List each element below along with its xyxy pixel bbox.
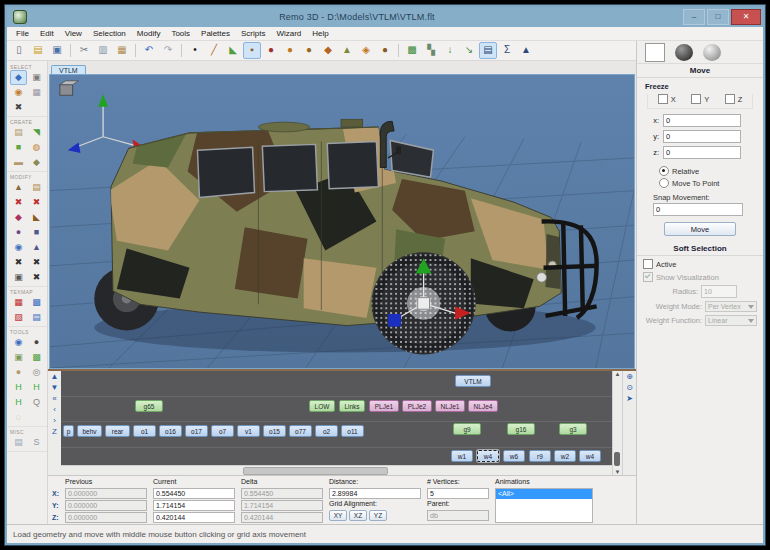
- texture-sphere[interactable]: [675, 44, 693, 61]
- create-tool-icon-5[interactable]: ◆: [28, 155, 45, 170]
- weight-mode-select[interactable]: Per Vertex: [705, 301, 757, 312]
- graph-node-g16[interactable]: g16: [507, 423, 535, 435]
- node-group-icon[interactable]: ●: [281, 42, 299, 59]
- create-tool-icon-4[interactable]: ▬: [10, 155, 27, 170]
- tools-tool-icon-3[interactable]: ▩: [28, 350, 45, 365]
- sigma-stats-icon[interactable]: Σ: [498, 42, 516, 59]
- graph-node-o7[interactable]: o7: [211, 425, 234, 437]
- graph-zoom-icon[interactable]: Z: [49, 427, 60, 437]
- undo-icon[interactable]: ↶: [140, 42, 158, 59]
- grid-align-yz-button[interactable]: YZ: [369, 510, 387, 521]
- gizmo-y-handle[interactable]: [388, 314, 401, 327]
- graph-node-nlje4[interactable]: NLJe4: [468, 400, 498, 412]
- modify-tool-icon-12[interactable]: ▣: [10, 270, 27, 285]
- menu-item-wizard[interactable]: Wizard: [271, 29, 306, 38]
- node-lod-icon[interactable]: ◈: [357, 42, 375, 59]
- modify-tool-icon-9[interactable]: ▲: [28, 240, 45, 255]
- graph-pan-icon[interactable]: ➤: [624, 394, 635, 404]
- graph-horizontal-scrollbar[interactable]: [61, 465, 612, 475]
- vertices-field[interactable]: [427, 488, 489, 499]
- animation-list-item[interactable]: <All>: [496, 489, 592, 499]
- misc-tool-icon-0[interactable]: ▤: [10, 435, 27, 450]
- parent-field[interactable]: [427, 510, 489, 521]
- graph-node-plje1[interactable]: PLJe1: [369, 400, 399, 412]
- graph-node-vtlm[interactable]: VTLM: [455, 375, 491, 387]
- delta-value-field[interactable]: [241, 500, 323, 511]
- move-button[interactable]: Move: [664, 222, 736, 236]
- current-value-field[interactable]: [153, 512, 235, 523]
- copy-icon[interactable]: ▥: [94, 42, 112, 59]
- node-mesh-icon[interactable]: ▲: [338, 42, 356, 59]
- graph-node-o16[interactable]: o16: [159, 425, 182, 437]
- gizmo-center[interactable]: [418, 298, 430, 310]
- texmap-tool-icon-0[interactable]: ▦: [10, 295, 27, 310]
- texture-env-icon[interactable]: ▚: [422, 42, 440, 59]
- menu-item-selection[interactable]: Selection: [88, 29, 131, 38]
- menu-item-view[interactable]: View: [60, 29, 87, 38]
- graph-node-o17[interactable]: o17: [185, 425, 208, 437]
- material-sphere[interactable]: [703, 44, 721, 61]
- modify-tool-icon-8[interactable]: ◉: [10, 240, 27, 255]
- graph-next-icon[interactable]: ›: [49, 416, 60, 426]
- modify-tool-icon-13[interactable]: ✖: [28, 270, 45, 285]
- grid-align-xy-button[interactable]: XY: [329, 510, 347, 521]
- graph-down-icon[interactable]: ▼: [49, 383, 60, 393]
- modify-tool-icon-4[interactable]: ◆: [10, 210, 27, 225]
- viewport-3d[interactable]: [49, 74, 635, 369]
- open-file-icon[interactable]: ▤: [29, 42, 47, 59]
- select-tool-icon-2[interactable]: ◉: [10, 85, 27, 100]
- node-degree-icon[interactable]: ●: [262, 42, 280, 59]
- graph-prev-icon[interactable]: ‹: [49, 405, 60, 415]
- distance-field[interactable]: [329, 488, 421, 499]
- graph-node-o15[interactable]: o15: [263, 425, 286, 437]
- vscroll-thumb[interactable]: [614, 452, 620, 466]
- hscroll-thumb[interactable]: [243, 467, 388, 475]
- graph-node-behv[interactable]: behv: [77, 425, 102, 437]
- misc-tool-icon-1[interactable]: S: [28, 435, 45, 450]
- modify-tool-icon-5[interactable]: ◣: [28, 210, 45, 225]
- graph-node-plje2[interactable]: PLJe2: [402, 400, 432, 412]
- modify-tool-icon-6[interactable]: ●: [10, 225, 27, 240]
- select-edge-icon[interactable]: ╱: [205, 42, 223, 59]
- select-tool-icon-1[interactable]: ▣: [28, 70, 45, 85]
- modify-tool-icon-2[interactable]: ✖: [10, 195, 27, 210]
- select-tool-icon-3[interactable]: ▦: [28, 85, 45, 100]
- texmap-tool-icon-3[interactable]: ▤: [28, 310, 45, 325]
- graph-node-w4[interactable]: w4: [579, 450, 601, 462]
- freeze-y-checkbox[interactable]: [691, 94, 701, 104]
- freeze-z-checkbox[interactable]: [725, 94, 735, 104]
- tools-tool-icon-7[interactable]: H: [28, 380, 45, 395]
- select-face-icon[interactable]: ◣: [224, 42, 242, 59]
- graph-up-icon[interactable]: ▲: [49, 372, 60, 382]
- texture-apply-icon[interactable]: ▩: [403, 42, 421, 59]
- relative-radio[interactable]: [659, 166, 669, 176]
- menu-item-tools[interactable]: Tools: [166, 29, 195, 38]
- minimize-button[interactable]: –: [683, 9, 705, 25]
- graph-node-rear[interactable]: rear: [105, 425, 130, 437]
- graph-node-g9[interactable]: g9: [453, 423, 481, 435]
- modify-tool-icon-0[interactable]: ▲: [10, 180, 27, 195]
- create-tool-icon-1[interactable]: ◥: [28, 125, 45, 140]
- previous-value-field[interactable]: [65, 512, 147, 523]
- tools-tool-icon-9[interactable]: Q: [28, 395, 45, 410]
- create-tool-icon-3[interactable]: ◍: [28, 140, 45, 155]
- delta-value-field[interactable]: [241, 512, 323, 523]
- previous-value-field[interactable]: [65, 500, 147, 511]
- weight-function-select[interactable]: Linear: [705, 315, 757, 326]
- node-face-tool-icon[interactable]: ◆: [319, 42, 337, 59]
- graph-canvas[interactable]: VTLMg65LOWLinksPLJe1PLJe2NLJe1NLJe4pbehv…: [61, 371, 612, 465]
- color-swatch[interactable]: [645, 43, 665, 62]
- viewport-canvas[interactable]: [50, 75, 634, 368]
- select-point-icon[interactable]: •: [186, 42, 204, 59]
- soft-active-checkbox[interactable]: [643, 259, 653, 269]
- current-value-field[interactable]: [153, 488, 235, 499]
- graph-node-links[interactable]: Links: [339, 400, 365, 412]
- pyramid-icon[interactable]: ▲: [517, 42, 535, 59]
- tools-tool-icon-8[interactable]: H: [10, 395, 27, 410]
- menu-item-help[interactable]: Help: [307, 29, 333, 38]
- menu-item-edit[interactable]: Edit: [35, 29, 59, 38]
- select-vertex-icon[interactable]: ▪: [243, 42, 261, 59]
- menu-item-modify[interactable]: Modify: [132, 29, 166, 38]
- move-down-icon[interactable]: ↓: [441, 42, 459, 59]
- move-to-point-radio[interactable]: [659, 178, 669, 188]
